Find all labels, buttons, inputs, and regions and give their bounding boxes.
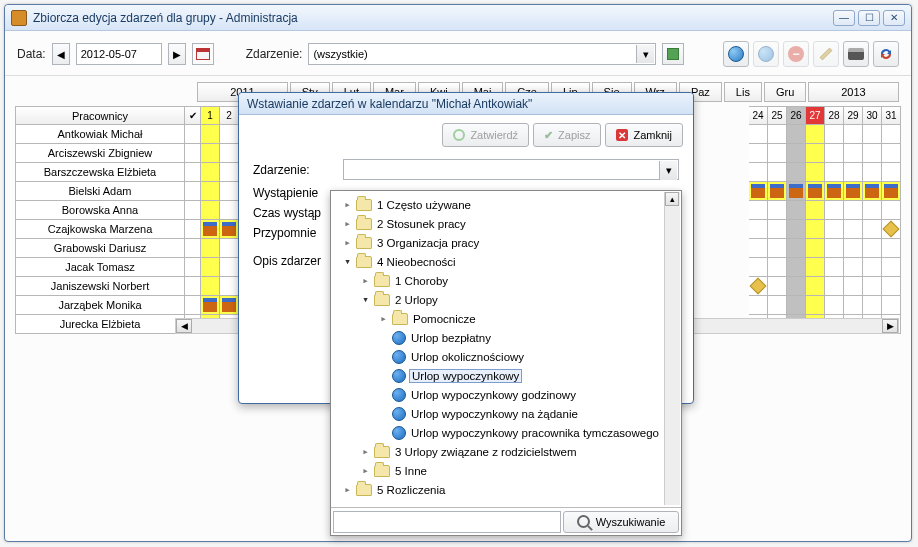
day-cell[interactable] [882,201,901,220]
day-cell[interactable] [863,277,882,296]
event-cell[interactable] [220,296,239,315]
employee-cell[interactable]: Janiszewski Norbert [15,277,185,296]
day-cell[interactable] [768,163,787,182]
check-header[interactable]: ✔ [185,106,201,125]
day-cell[interactable] [787,125,806,144]
day-cell[interactable] [185,182,201,201]
scroll-left-icon[interactable]: ◀ [176,319,192,333]
day-cell[interactable] [825,277,844,296]
day-cell[interactable] [863,239,882,258]
day-cell[interactable] [220,258,239,277]
day-cell[interactable] [201,144,220,163]
tree-node[interactable]: 5 Inne [333,461,679,480]
pin-cell[interactable] [882,220,901,239]
expand-icon[interactable] [360,445,371,458]
day-cell[interactable] [863,144,882,163]
event-cell[interactable] [768,182,787,201]
day-cell[interactable] [882,163,901,182]
day-cell[interactable] [220,163,239,182]
day-cell[interactable] [749,163,768,182]
day-cell[interactable] [806,296,825,315]
day-cell[interactable] [825,239,844,258]
tree-node[interactable]: Urlop wypoczynkowy pracownika tymczasowe… [333,423,679,442]
day-cell[interactable] [844,144,863,163]
minimize-button[interactable]: — [833,10,855,26]
day-cell[interactable] [844,258,863,277]
tree-node[interactable]: 1 Choroby [333,271,679,290]
day-cell[interactable] [201,258,220,277]
day-cell[interactable] [787,201,806,220]
tree-node[interactable]: 2 Stosunek pracy [333,214,679,233]
nav-next-year[interactable]: 2013 [808,82,898,102]
day-cell[interactable] [201,201,220,220]
day-cell[interactable] [768,144,787,163]
expand-icon[interactable] [378,312,389,325]
day-cell[interactable] [185,258,201,277]
day-cell[interactable] [749,201,768,220]
day-cell[interactable] [844,296,863,315]
day-cell[interactable] [201,239,220,258]
tree-node[interactable]: Pomocnicze [333,309,679,328]
day-cell[interactable] [863,163,882,182]
day-cell[interactable] [787,258,806,277]
day-cell[interactable] [201,163,220,182]
day-cell[interactable] [768,277,787,296]
day-cell[interactable] [863,220,882,239]
employee-cell[interactable]: Arciszewski Zbigniew [15,144,185,163]
day-cell[interactable] [768,201,787,220]
day-cell[interactable] [844,125,863,144]
tree-node[interactable]: Urlop wypoczynkowy godzinowy [333,385,679,404]
globe-add-button[interactable] [723,41,749,67]
event-dropdown[interactable]: (wszystkie) ▾ [308,43,656,65]
close-dialog-button[interactable]: ✕Zamknij [605,123,683,147]
day-cell[interactable] [749,144,768,163]
day-cell[interactable] [863,125,882,144]
day-cell[interactable] [185,163,201,182]
day-cell[interactable] [806,163,825,182]
expand-icon[interactable] [360,293,371,306]
tree-node[interactable]: 1 Często używane [333,195,679,214]
day-cell[interactable] [185,201,201,220]
day-cell[interactable] [768,258,787,277]
day-cell[interactable] [882,258,901,277]
day-cell[interactable] [825,163,844,182]
employee-cell[interactable]: Jacak Tomasz [15,258,185,277]
event-cell[interactable] [844,182,863,201]
event-type-dropdown[interactable]: ▾ [343,159,679,180]
event-cell[interactable] [201,296,220,315]
nav-month[interactable]: Lis [724,82,762,102]
day-cell[interactable] [787,296,806,315]
day-cell[interactable] [806,258,825,277]
day-cell[interactable] [185,296,201,315]
employee-cell[interactable]: Czajkowska Marzena [15,220,185,239]
expand-icon[interactable] [342,236,353,249]
day-cell[interactable] [185,220,201,239]
day-cell[interactable] [768,296,787,315]
tree-node[interactable]: Urlop okolicznościowy [333,347,679,366]
day-cell[interactable] [882,125,901,144]
event-cell[interactable] [882,182,901,201]
tree-node[interactable]: 3 Urlopy związane z rodzicielstwem [333,442,679,461]
day-cell[interactable] [768,239,787,258]
event-cell[interactable] [201,220,220,239]
employee-cell[interactable]: Jurecka Elżbieta [15,315,185,334]
day-cell[interactable] [220,239,239,258]
day-cell[interactable] [220,201,239,220]
employee-cell[interactable]: Borowska Anna [15,201,185,220]
day-cell[interactable] [749,125,768,144]
date-prev-button[interactable]: ◀ [52,43,70,65]
day-cell[interactable] [185,277,201,296]
day-cell[interactable] [882,296,901,315]
employee-cell[interactable]: Grabowski Dariusz [15,239,185,258]
day-cell[interactable] [220,125,239,144]
calendar-picker-button[interactable] [192,43,214,65]
day-cell[interactable] [844,277,863,296]
tree-node[interactable]: Urlop wypoczynkowy [333,366,679,385]
day-cell[interactable] [749,220,768,239]
tree-node[interactable]: 5 Rozliczenia [333,480,679,499]
day-cell[interactable] [806,144,825,163]
day-cell[interactable] [749,258,768,277]
day-cell[interactable] [220,182,239,201]
expand-icon[interactable] [342,198,353,211]
date-next-button[interactable]: ▶ [168,43,186,65]
